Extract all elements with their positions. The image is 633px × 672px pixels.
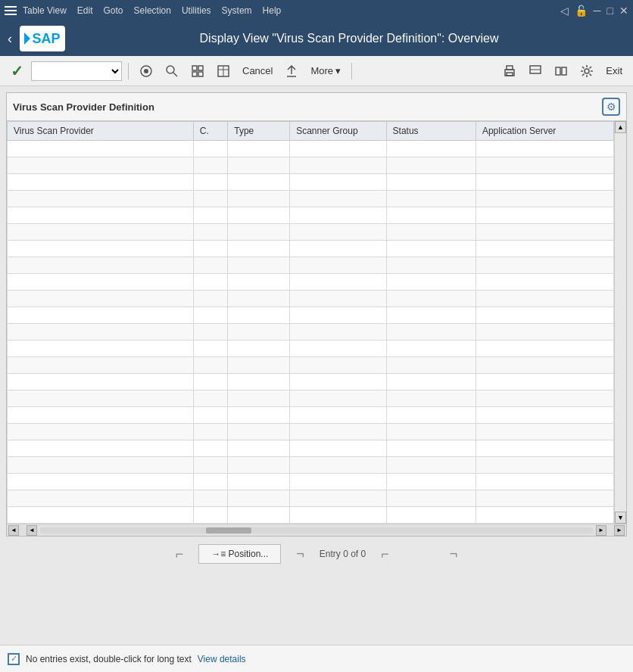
table-row[interactable] bbox=[8, 490, 614, 507]
status-message: No entries exist, double-click for long … bbox=[26, 654, 192, 664]
table-row[interactable] bbox=[8, 224, 614, 241]
print-button[interactable] bbox=[498, 62, 521, 80]
table-row[interactable] bbox=[8, 174, 614, 191]
scroll-left-arrow[interactable]: ◄ bbox=[8, 525, 19, 536]
table-cell bbox=[8, 141, 194, 157]
view-dropdown[interactable] bbox=[31, 61, 122, 81]
grid-button[interactable] bbox=[186, 62, 209, 80]
table-cell bbox=[8, 307, 194, 324]
layout-btn1[interactable] bbox=[524, 62, 547, 80]
menu-system[interactable]: System bbox=[222, 5, 252, 16]
table-cell bbox=[228, 257, 290, 274]
horizontal-scrollbar[interactable]: ◄ ◄ ► ► bbox=[7, 524, 626, 536]
exit-button[interactable]: Exit bbox=[601, 63, 627, 79]
table-row[interactable] bbox=[8, 141, 614, 157]
scroll-right-arrow2[interactable]: ► bbox=[596, 525, 606, 536]
table-row[interactable] bbox=[8, 357, 614, 374]
more-button[interactable]: More ▾ bbox=[306, 63, 345, 79]
table-cell bbox=[228, 390, 290, 407]
table-row[interactable] bbox=[8, 424, 614, 440]
table-cell bbox=[193, 191, 228, 207]
vertical-scrollbar[interactable]: ▲ ▼ bbox=[614, 121, 626, 524]
menu-goto[interactable]: Goto bbox=[104, 5, 123, 16]
menu-edit[interactable]: Edit bbox=[77, 5, 93, 16]
table-cell bbox=[476, 374, 613, 390]
table-cell bbox=[476, 341, 613, 357]
table-row[interactable] bbox=[8, 407, 614, 424]
table-cell bbox=[8, 291, 194, 307]
col-virus-scan-provider[interactable]: Virus Scan Provider bbox=[8, 122, 194, 141]
cancel-button[interactable]: Cancel bbox=[238, 63, 277, 79]
layout-btn2[interactable] bbox=[550, 62, 572, 80]
scroll-left-arrow2[interactable]: ◄ bbox=[27, 525, 37, 536]
svg-rect-7 bbox=[198, 72, 203, 76]
table-row[interactable] bbox=[8, 157, 614, 174]
table-cell bbox=[290, 141, 386, 157]
table-header: Virus Scan Provider C. Type Scanner Grou… bbox=[8, 122, 614, 141]
position-button[interactable]: →≡ Position... bbox=[198, 544, 281, 564]
minimize-icon[interactable]: ─ bbox=[594, 5, 601, 17]
menu-selection[interactable]: Selection bbox=[134, 5, 171, 16]
zoom-button[interactable] bbox=[161, 62, 183, 80]
hamburger-menu[interactable] bbox=[5, 6, 17, 15]
col-scanner-group[interactable]: Scanner Group bbox=[290, 122, 386, 141]
confirm-button[interactable]: ✓ bbox=[6, 60, 28, 82]
table-cell bbox=[386, 390, 476, 407]
table-row[interactable] bbox=[8, 440, 614, 457]
table-row[interactable] bbox=[8, 324, 614, 341]
table-cell bbox=[290, 507, 386, 524]
table-row[interactable] bbox=[8, 191, 614, 207]
nav-back-icon[interactable]: ◁ bbox=[560, 5, 569, 17]
close-icon[interactable]: ✕ bbox=[619, 5, 628, 17]
table-cell bbox=[8, 424, 194, 440]
back-button[interactable]: ‹ bbox=[8, 31, 12, 47]
table-cell bbox=[476, 474, 613, 490]
scroll-down-arrow[interactable]: ▼ bbox=[615, 512, 626, 524]
table-cell bbox=[228, 207, 290, 224]
view-details-link[interactable]: View details bbox=[198, 654, 246, 664]
upload-button[interactable] bbox=[280, 62, 303, 80]
menu-help[interactable]: Help bbox=[263, 5, 282, 16]
table-cell bbox=[228, 507, 290, 524]
table-row[interactable] bbox=[8, 457, 614, 474]
menu-utilities[interactable]: Utilities bbox=[182, 5, 211, 16]
table-cell bbox=[476, 274, 613, 291]
table-cell bbox=[193, 507, 228, 524]
svg-point-1 bbox=[144, 69, 148, 73]
table-row[interactable] bbox=[8, 307, 614, 324]
nav-lock-icon[interactable]: 🔓 bbox=[575, 5, 588, 17]
table-row[interactable] bbox=[8, 241, 614, 257]
display-change-button[interactable] bbox=[135, 62, 157, 80]
table-row[interactable] bbox=[8, 507, 614, 524]
table-row[interactable] bbox=[8, 374, 614, 390]
table-row[interactable] bbox=[8, 390, 614, 407]
maximize-icon[interactable]: □ bbox=[607, 5, 613, 17]
col-c[interactable]: C. bbox=[193, 122, 228, 141]
table-cell bbox=[290, 390, 386, 407]
table-cell bbox=[8, 457, 194, 474]
table-cell bbox=[476, 257, 613, 274]
table-row[interactable] bbox=[8, 257, 614, 274]
table-row[interactable] bbox=[8, 207, 614, 224]
menu-tableview[interactable]: Table View bbox=[23, 5, 67, 16]
table-cell bbox=[228, 224, 290, 241]
table-row[interactable] bbox=[8, 274, 614, 291]
table-section-title: Virus Scan Provider Definition bbox=[13, 101, 154, 113]
col-type[interactable]: Type bbox=[228, 122, 290, 141]
table-row[interactable] bbox=[8, 474, 614, 490]
table-cell bbox=[8, 224, 194, 241]
table-cell bbox=[228, 424, 290, 440]
config-button[interactable] bbox=[575, 62, 598, 80]
scroll-up-arrow[interactable]: ▲ bbox=[615, 121, 626, 133]
svg-rect-4 bbox=[192, 66, 197, 70]
scroll-right-arrow[interactable]: ► bbox=[614, 525, 625, 536]
table-cell bbox=[476, 407, 613, 424]
col-status[interactable]: Status bbox=[386, 122, 476, 141]
main-window: Table View Edit Goto Selection Utilities… bbox=[0, 0, 633, 672]
col-application-server[interactable]: Application Server bbox=[476, 122, 613, 141]
table-settings-icon[interactable]: ⚙ bbox=[602, 98, 620, 116]
table-settings-button[interactable] bbox=[212, 62, 235, 80]
table-row[interactable] bbox=[8, 291, 614, 307]
table-icon bbox=[217, 64, 230, 78]
table-row[interactable] bbox=[8, 341, 614, 357]
